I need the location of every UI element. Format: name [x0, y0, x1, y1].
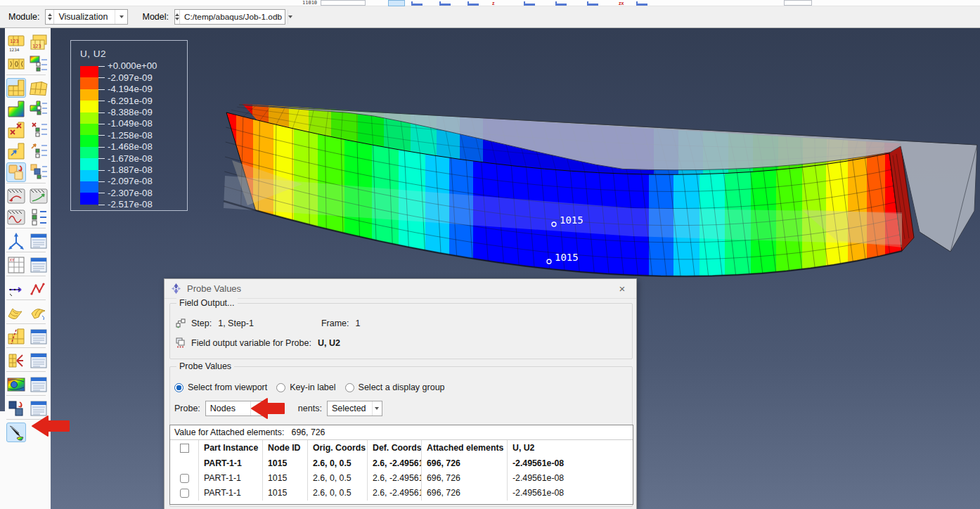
module-label: Module: — [8, 12, 39, 22]
animate-time-history-icon[interactable] — [29, 186, 49, 206]
clipped-active-tool[interactable] — [388, 0, 405, 6]
row-checkbox[interactable] — [180, 489, 189, 498]
legend-tick — [98, 170, 105, 171]
model-selector-value: C:/temp/abaqus/Job-1.odb — [180, 12, 288, 22]
plot-undeformed-shape-icon[interactable] — [6, 78, 26, 98]
allow-multiple-plot-states-icon[interactable] — [6, 162, 26, 182]
clipped-box[interactable] — [784, 0, 812, 6]
radio-select-from-viewport[interactable]: Select from viewport — [174, 382, 267, 392]
dialog-titlebar[interactable]: Probe Values × — [165, 279, 636, 299]
animation-options-icon[interactable] — [29, 207, 49, 227]
table-row[interactable]: PART-1-110152.6, 0, 0.52.6, -2.49561e696… — [170, 471, 633, 486]
sweep-shell-icon[interactable] — [6, 303, 26, 323]
probe-type-select[interactable]: Nodes — [205, 401, 264, 416]
components-select[interactable]: Selected — [327, 401, 382, 416]
model-selector[interactable]: C:/temp/abaqus/Job-1.odb — [174, 9, 285, 25]
column-header[interactable]: Node ID — [263, 440, 308, 456]
clipped-tool-icon[interactable] — [587, 1, 598, 6]
stream-manager-icon[interactable] — [29, 375, 49, 394]
activate-view-cut-icon[interactable] — [6, 327, 26, 347]
plot-deformed-shape-icon[interactable] — [29, 78, 49, 98]
overlay-manager-icon[interactable] — [29, 399, 49, 418]
radio-button-icon[interactable] — [345, 383, 354, 392]
overlay-plot-icon[interactable] — [6, 399, 26, 418]
frame-value: 1 — [356, 318, 361, 328]
clipped-tool-icon[interactable] — [439, 1, 451, 6]
animation-controls-icon[interactable] — [6, 54, 26, 74]
svg-text:123: 123 — [10, 39, 19, 44]
clipped-tool-icon[interactable] — [411, 1, 423, 6]
row-checkbox[interactable] — [180, 474, 189, 483]
clipped-tool-icon[interactable] — [468, 1, 479, 6]
legend-tick — [98, 135, 105, 136]
column-header[interactable]: Part Instance — [199, 440, 263, 456]
spectrum-manager-icon[interactable] — [29, 54, 49, 74]
mirror-pattern-icon[interactable] — [29, 303, 49, 323]
radio-label: Select a display group — [359, 382, 445, 392]
view-cut-manager-icon[interactable] — [29, 327, 49, 347]
chevron-down-icon[interactable] — [250, 401, 263, 415]
chevron-down-icon[interactable] — [288, 10, 292, 24]
legend-swatch — [80, 147, 98, 158]
cell: PART-1-1 — [199, 486, 263, 501]
viewport-triad-icon[interactable] — [6, 231, 26, 251]
result-options-icon[interactable] — [29, 231, 49, 251]
animate-scale-factor-icon[interactable] — [6, 186, 26, 206]
legend-label: -1.468e-08 — [108, 141, 153, 152]
column-header[interactable]: Def. Coords — [368, 440, 422, 456]
radio-select-a-display-group[interactable]: Select a display group — [345, 382, 445, 392]
step-icon — [176, 318, 186, 328]
create-xy-data-icon[interactable]: XY — [6, 255, 26, 275]
symbol-options-icon[interactable] — [29, 120, 49, 140]
legend-tick — [98, 158, 105, 159]
legend-swatch — [80, 124, 98, 135]
column-header[interactable]: U, U2 — [508, 440, 629, 456]
close-icon[interactable]: × — [615, 282, 629, 296]
animate-harmonic-icon[interactable] — [6, 207, 26, 227]
field-output-group-label[interactable]: Field Output... — [176, 298, 238, 308]
probe-type-value: Nodes — [206, 404, 250, 413]
toolbox-divider — [6, 183, 46, 183]
radio-button-icon[interactable] — [276, 383, 285, 392]
column-header[interactable]: Orig. Coords — [308, 440, 368, 456]
legend-swatch — [80, 170, 98, 181]
legend-swatch — [80, 77, 98, 89]
legend-label: -6.291e-09 — [108, 96, 153, 106]
frame-list-icon[interactable]: 123 — [29, 33, 49, 53]
probe-values-tool-icon[interactable] — [6, 423, 26, 442]
stream-plot-icon[interactable] — [6, 375, 26, 394]
free-body-cut-icon[interactable] — [6, 351, 26, 371]
table-row[interactable]: PART-1-110152.6, 0, 0.52.6, -2.49561e696… — [170, 486, 633, 501]
free-body-manager-icon[interactable] — [29, 351, 49, 371]
chevron-down-icon[interactable] — [372, 401, 382, 415]
model-spinner[interactable] — [175, 10, 180, 24]
step-label: Step: — [191, 318, 212, 328]
cell: 696, 726 — [422, 456, 508, 471]
plot-symbols-icon[interactable] — [6, 120, 26, 140]
plot-material-orientations-icon[interactable] — [6, 141, 26, 161]
clipped-input-box[interactable] — [321, 0, 366, 6]
plot-state-options-icon[interactable] — [29, 162, 49, 182]
contour-options-icon[interactable] — [29, 99, 49, 119]
xy-plot-icon[interactable] — [29, 279, 49, 299]
clipped-tool-icon[interactable] — [555, 1, 567, 6]
tree-panel-edge — [0, 28, 5, 411]
frame-selector-icon[interactable]: 1231234 — [6, 33, 26, 53]
components-label-clipped: nents: — [298, 404, 322, 413]
chevron-down-icon[interactable] — [115, 10, 127, 24]
field-variable-icon — [176, 337, 186, 348]
clipped-tool-icon[interactable] — [636, 1, 647, 6]
select-all-checkbox[interactable] — [180, 444, 189, 453]
step-row: Step: 1, Step-1 Frame: 1 — [176, 318, 360, 328]
plot-contours-icon[interactable] — [6, 99, 26, 119]
radio-button-icon[interactable] — [174, 383, 183, 392]
module-spinner[interactable] — [46, 10, 54, 24]
clipped-tool-icon[interactable] — [524, 1, 535, 6]
table-row-current[interactable]: PART-1-110152.6, 0, 0.52.6, -2.49561696,… — [170, 456, 633, 471]
create-path-icon[interactable] — [6, 279, 26, 299]
radio-key-in-label[interactable]: Key-in label — [276, 382, 335, 392]
module-selector[interactable]: Visualization — [45, 9, 128, 25]
xy-options-icon[interactable] — [29, 255, 49, 275]
column-header[interactable]: Attached elements — [422, 440, 508, 456]
orientation-options-icon[interactable] — [29, 141, 49, 161]
